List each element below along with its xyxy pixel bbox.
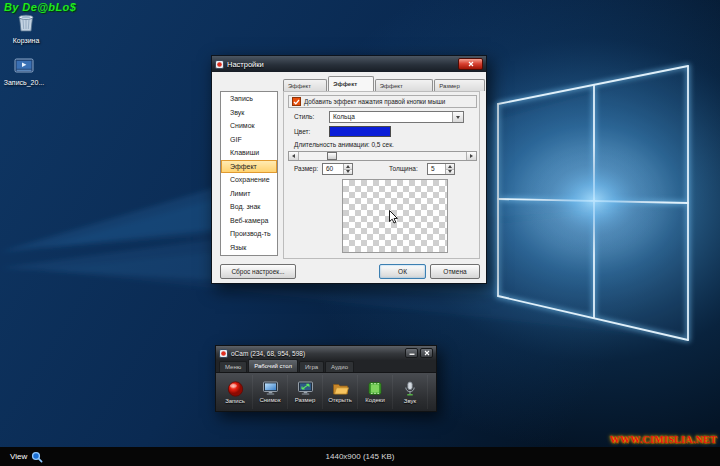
sidebar-item-gif[interactable]: GIF [221, 133, 277, 147]
screenshot-button[interactable]: Снимок [253, 375, 288, 409]
tab-effect-rmb[interactable]: Эффект ПКМ [328, 76, 374, 91]
slider-track[interactable] [299, 152, 466, 160]
desktop-icon-recycle-bin[interactable]: Корзина [0, 12, 52, 44]
close-icon [468, 61, 474, 67]
recycle-bin-icon [15, 12, 37, 32]
image-info-label: 1440x900 (145 KB) [0, 452, 720, 461]
tab-audio[interactable]: Аудио [325, 361, 354, 372]
arrow-down-icon [346, 170, 350, 173]
tool-label: Кодеки [365, 397, 385, 403]
record-button[interactable]: Запись [218, 375, 253, 409]
cancel-button[interactable]: Отмена [430, 264, 480, 279]
ocam-titlebar[interactable]: oCam (234, 68, 954, 598) [216, 346, 436, 360]
ocam-tab-strip: Меню Рабочий стол Игра Аудио [216, 360, 436, 373]
minimize-icon [409, 350, 415, 356]
sidebar-item-save[interactable]: Сохранение [221, 173, 277, 187]
video-file-icon [14, 58, 34, 74]
sidebar-item-watermark[interactable]: Вод. знак [221, 200, 277, 214]
mouse-cursor-icon [389, 210, 398, 224]
color-picker-button[interactable] [329, 126, 391, 137]
sidebar-item-screenshot[interactable]: Снимок [221, 119, 277, 133]
slider-thumb[interactable] [327, 152, 337, 160]
close-button[interactable] [458, 58, 483, 70]
sidebar-item-record[interactable]: Запись [221, 92, 277, 106]
sidebar-item-sound[interactable]: Звук [221, 106, 277, 120]
effect-preview-area [342, 179, 448, 253]
arrow-right-icon [470, 154, 473, 158]
arrow-down-icon [448, 170, 452, 173]
tool-label: Звук [404, 398, 416, 404]
app-icon [215, 60, 224, 69]
minimize-button[interactable] [405, 348, 418, 358]
tool-label: Запись [225, 398, 245, 404]
tab-menu[interactable]: Меню [219, 361, 247, 372]
ocam-window-title: oCam (234, 68, 954, 598) [231, 350, 403, 357]
ocam-toolbar: Запись Снимок [216, 373, 436, 411]
combo-dropdown-button[interactable] [452, 112, 463, 122]
thickness-stepper[interactable]: 5 [427, 163, 455, 175]
desktop-icon-recording-file[interactable]: Запись_20... [0, 58, 50, 86]
sidebar-item-limit[interactable]: Лимит [221, 187, 277, 201]
resize-button[interactable]: Размер [288, 375, 323, 409]
tab-effect-lmb[interactable]: Эффект ЛКМ [283, 79, 327, 91]
thickness-label: Толщина: [389, 165, 418, 172]
sidebar-item-effect[interactable]: Эффект [221, 160, 277, 174]
duration-slider[interactable] [288, 151, 477, 161]
open-folder-button[interactable]: Открыть [323, 375, 358, 409]
settings-titlebar[interactable]: Настройки [212, 56, 486, 72]
style-select[interactable]: Кольца [329, 111, 464, 123]
settings-dialog: Настройки Эффект ЛКМ Эффект ПКМ Эффект п… [211, 55, 487, 284]
close-icon [424, 350, 430, 356]
resize-monitor-icon [297, 381, 314, 396]
settings-tab-strip: Эффект ЛКМ Эффект ПКМ Эффект подсветки Р… [283, 76, 486, 91]
sidebar-item-language[interactable]: Язык [221, 241, 277, 255]
thickness-value: 5 [428, 164, 445, 174]
style-selected-value: Кольца [330, 112, 452, 122]
enable-effect-checkbox[interactable] [292, 97, 301, 106]
sidebar-item-hotkeys[interactable]: Клавиши [221, 146, 277, 160]
tool-label: Снимок [259, 397, 280, 403]
chevron-down-icon [456, 116, 460, 119]
settings-category-list: Запись Звук Снимок GIF Клавиши Эффект Со… [220, 91, 278, 256]
tool-label: Размер [295, 397, 316, 403]
ocam-app-icon [219, 349, 228, 358]
thickness-spin-buttons [445, 164, 454, 174]
spin-down-button[interactable] [446, 170, 454, 175]
tab-effect-highlight[interactable]: Эффект подсветки [375, 79, 433, 91]
arrow-left-icon [292, 154, 295, 158]
tool-label: Открыть [328, 397, 352, 403]
codecs-icon [367, 381, 383, 396]
close-button[interactable] [420, 348, 433, 358]
color-label: Цвет: [294, 128, 310, 135]
reset-settings-button[interactable]: Сброс настроек... [220, 264, 296, 279]
sidebar-item-performance[interactable]: Производ-ть [221, 227, 277, 241]
microphone-icon [403, 381, 417, 397]
codecs-button[interactable]: Кодеки [358, 375, 393, 409]
sound-button[interactable]: Звук [393, 375, 428, 409]
duration-label: Длительность анимации: 0,5 сек. [294, 141, 394, 148]
tab-desktop[interactable]: Рабочий стол [248, 359, 298, 372]
arrow-up-icon [448, 165, 452, 168]
slider-right-button[interactable] [466, 152, 476, 160]
sidebar-item-webcam[interactable]: Веб-камера [221, 214, 277, 228]
site-watermark: WWW.CIMISLIA.NET [610, 434, 717, 445]
effect-settings-panel: Добавить эффект нажатия правой кнопки мы… [283, 91, 480, 259]
slider-left-button[interactable] [289, 152, 299, 160]
size-spin-buttons [343, 164, 352, 174]
size-label: Размер: [294, 165, 318, 172]
ok-button[interactable]: ОК [379, 264, 426, 279]
size-stepper[interactable]: 60 [322, 163, 353, 175]
spin-down-button[interactable] [344, 170, 352, 175]
size-value: 60 [323, 164, 343, 174]
open-folder-icon [332, 381, 349, 396]
arrow-up-icon [346, 165, 350, 168]
style-label: Стиль: [294, 113, 314, 120]
enable-effect-row: Добавить эффект нажатия правой кнопки мы… [288, 95, 477, 108]
settings-dialog-title: Настройки [227, 60, 458, 69]
record-icon [227, 381, 244, 397]
tab-cursor-size[interactable]: Размер курсора [434, 79, 485, 91]
screen: By De@bLo$ Корзина Запись_20... Настройк… [0, 0, 720, 466]
viewer-status-bar: View 1440x900 (145 KB) [0, 447, 720, 466]
tab-game[interactable]: Игра [299, 361, 324, 372]
enable-effect-label: Добавить эффект нажатия правой кнопки мы… [304, 98, 445, 105]
